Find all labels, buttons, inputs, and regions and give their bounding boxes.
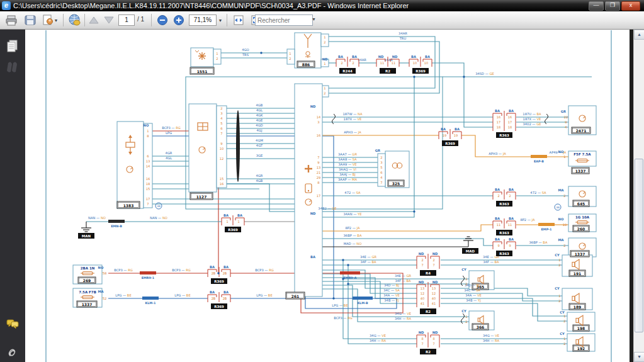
wire-label: 36BP — BA [529, 240, 548, 244]
diagram-text: 16 [146, 177, 150, 181]
diagram-text: BA [425, 55, 430, 59]
scroll-down-button[interactable]: ▼ [634, 352, 644, 362]
diagram-text: 1383 [123, 203, 134, 208]
wire-label: APH3 — JA [344, 130, 361, 135]
diagram-text: 17 [508, 120, 512, 124]
diagram-text: R369 [415, 69, 426, 73]
splice [142, 297, 159, 300]
component-box [189, 104, 217, 192]
diagram-text: 7 [317, 156, 319, 159]
diagram-text: BA [310, 255, 315, 259]
maximize-button[interactable]: ❐ [605, 1, 620, 11]
diagram-text: 9 [317, 161, 319, 164]
twisted-pair-icon [545, 114, 548, 124]
wire-label: 34A — VE [465, 293, 481, 297]
diagram-text: 198 [577, 326, 585, 331]
window-title: C:\Users\cédric\Desktop\Megane.II.E.L.K8… [13, 2, 409, 9]
wire-label: 8P2 — JA [520, 218, 535, 222]
diagram-text: ND [419, 331, 424, 334]
diagram-text: BA [338, 55, 343, 59]
scrollbar-thumb[interactable] [635, 159, 643, 332]
diagram-text: 7 [432, 342, 434, 346]
splice [538, 223, 555, 226]
attachments-panel-icon[interactable] [5, 346, 20, 361]
previous-page-button[interactable] [87, 13, 101, 27]
print-icon [5, 14, 18, 26]
diagram-text: ND [378, 55, 384, 59]
diagram-text: 1 [237, 220, 239, 223]
diagram-text: R2 [426, 310, 431, 314]
zoom-caret[interactable]: ▼ [217, 13, 224, 27]
pages-panel-icon[interactable] [5, 38, 20, 54]
diagram-text: 2 [558, 263, 560, 267]
wire-label: 3402 — GE [523, 122, 541, 126]
print-button[interactable] [4, 13, 19, 27]
vertical-scrollbar[interactable]: ▲ ▼ [633, 30, 644, 362]
pdf-toolbar: ▼ 1 / 1 71,1% ▼ [0, 11, 644, 30]
wire-label: NAN — NO [150, 216, 167, 220]
search-caret[interactable]: ▼ [312, 17, 316, 21]
diagram-text: R244 [342, 69, 353, 73]
diagram-text: BA [352, 55, 357, 59]
diagram-text: BA [223, 213, 229, 217]
collaborate-button[interactable] [67, 13, 83, 27]
connector-bracket [507, 192, 516, 200]
connector-bracket [431, 335, 439, 348]
zoom-in-button[interactable] [171, 13, 186, 27]
wire-label: 34B2 — GE [318, 206, 336, 210]
comments-panel-icon[interactable] [5, 317, 20, 332]
wire-label: 4GO [242, 48, 249, 52]
wire-label: 187X — VE [344, 117, 362, 121]
diagram-text: 5 [220, 122, 222, 125]
scroll-up-button[interactable]: ▲ [634, 30, 644, 40]
diagram-text: 13 [146, 159, 150, 163]
wire-label: LPG — BE [256, 293, 272, 297]
diagram-text: 269 [83, 278, 91, 283]
wire-label: 187X — VE [523, 117, 541, 121]
wire-label: 4GK [256, 113, 263, 117]
close-button[interactable]: x [621, 1, 640, 11]
fit-width-icon [232, 14, 245, 26]
diagram-text: 2 [465, 282, 467, 286]
fit-width-button[interactable] [230, 13, 247, 27]
next-page-button[interactable] [102, 13, 116, 27]
save-button[interactable] [23, 13, 38, 27]
diagram-text: 41 [421, 302, 424, 305]
search-input[interactable] [255, 14, 313, 26]
page-number-input[interactable]: 1 [118, 14, 135, 26]
diagram-text: 16 [220, 182, 224, 186]
wire-label: 34F — BA [395, 279, 411, 283]
navigation-pane [0, 30, 26, 362]
diagram-text: BA [509, 109, 514, 113]
wire-junction [463, 76, 465, 77]
bookmarks-panel-icon[interactable] [5, 60, 20, 75]
diagram-text: 1 [324, 86, 325, 90]
diagram-text: 1 [563, 314, 565, 318]
diagram-text: 15 [220, 177, 224, 181]
diagram-text: BA [495, 217, 500, 220]
diagram-text: MAN [82, 234, 91, 238]
phone-icon [308, 190, 309, 191]
diagram-text: ND [392, 55, 398, 59]
wire-label: 187W — NA [343, 112, 363, 116]
diagram-text: 2 [380, 156, 382, 159]
diagram-text: R363 [499, 231, 509, 235]
export-button[interactable]: ▼ [40, 13, 59, 27]
diagram-text: BA [210, 265, 215, 269]
diagram-text: 9 [565, 120, 567, 124]
minimize-button[interactable]: — [589, 1, 604, 11]
diagram-text: 10 [424, 61, 428, 65]
zoom-out-button[interactable] [155, 13, 170, 27]
diagram-text: 1 [324, 62, 325, 65]
diagram-text: 12 [421, 291, 424, 295]
wire-junction [217, 272, 219, 274]
diagram-text: 192 [577, 346, 585, 351]
wire-label: APH3 — JA [489, 152, 506, 156]
zoom-level-input[interactable]: 71,1% [189, 14, 217, 26]
wire-label: NAN — NO [88, 216, 106, 220]
diagram-text: 1G 10A [575, 215, 590, 219]
diagram-text: 10 [220, 147, 224, 150]
diagram-text: 2 [216, 57, 218, 60]
diagram-text: 1 [147, 129, 149, 133]
diagram-text: 2 [563, 244, 565, 247]
